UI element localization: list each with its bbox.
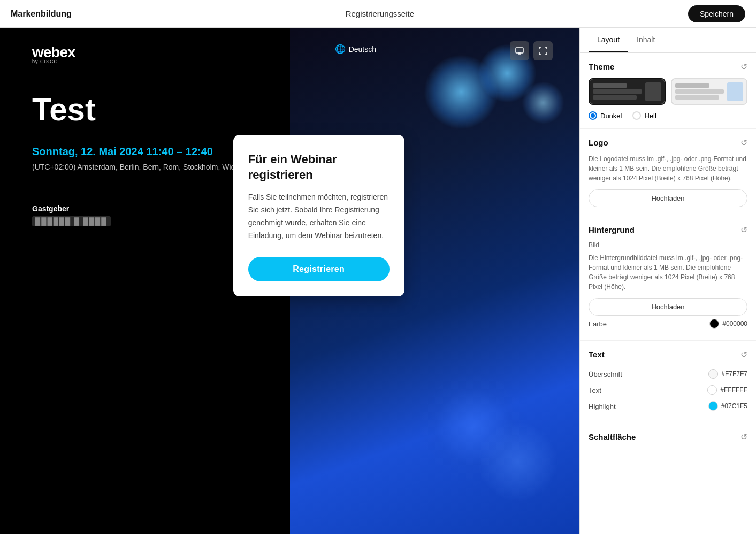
event-title: Test: [32, 92, 96, 127]
text-text-swatch: #FFFFFF: [707, 385, 747, 395]
theme-radio-group: Dunkel Hell: [589, 111, 747, 120]
event-timezone: (UTC+02:00) Amsterdam, Berlin, Bern, Rom…: [32, 163, 239, 171]
button-section-title: Schaltfläche: [589, 432, 636, 441]
theme-section-header: Theme ↺: [589, 62, 747, 72]
text-highlight-row: Highlight #07C1F5: [589, 398, 747, 414]
text-highlight-dot[interactable]: [708, 401, 718, 411]
text-section-title: Text: [589, 350, 605, 359]
bg-upload-button[interactable]: Hochladen: [589, 298, 747, 316]
view-icons: [510, 41, 553, 60]
theme-dark-radio[interactable]: Dunkel: [589, 111, 622, 120]
bg-description: Die Hintergrundbilddatei muss im .gif-, …: [589, 253, 747, 292]
globe-icon: 🌐: [335, 44, 346, 54]
theme-options: [589, 78, 747, 105]
save-button[interactable]: Speichern: [688, 5, 745, 22]
event-date: Sonntag, 12. Mai 2024 11:40 – 12:40: [32, 146, 213, 158]
theme-section-title: Theme: [589, 62, 614, 71]
text-highlight-label: Highlight: [589, 402, 616, 410]
text-heading-dot[interactable]: [708, 369, 718, 379]
theme-light-radio-circle: [632, 111, 641, 120]
topbar-brand-title: Markenbildung: [11, 9, 72, 19]
bg-section-header: Hintergrund ↺: [589, 225, 747, 235]
button-section: Schaltfläche ↺: [580, 423, 756, 457]
button-section-header: Schaltfläche ↺: [589, 432, 747, 442]
text-heading-label: Überschrift: [589, 370, 622, 378]
text-highlight-color: #07C1F5: [721, 402, 747, 410]
bg-color-dot[interactable]: [709, 319, 719, 329]
preview-area: webex by CISCO 🌐 Deutsch Test Sonntag, 1…: [0, 28, 579, 534]
logo-upload-button[interactable]: Hochladen: [589, 189, 747, 207]
svg-rect-0: [516, 48, 523, 53]
text-section: Text ↺ Überschrift #F7F7F7 Text #FFFFFF …: [580, 341, 756, 423]
tab-inhalt[interactable]: Inhalt: [628, 28, 663, 52]
text-text-color: #FFFFFF: [720, 386, 747, 394]
panel-tabs: Layout Inhalt: [580, 28, 756, 53]
main-layout: webex by CISCO 🌐 Deutsch Test Sonntag, 1…: [0, 28, 756, 534]
topbar: Markenbildung Registrierungsseite Speich…: [0, 0, 756, 28]
text-highlight-swatch: #07C1F5: [708, 401, 747, 411]
theme-light-option[interactable]: [671, 78, 748, 105]
text-heading-color: #F7F7F7: [721, 370, 747, 378]
text-text-dot[interactable]: [707, 385, 717, 395]
logo-section: Logo ↺ Die Logodatei muss im .gif-, .jpg…: [580, 129, 756, 216]
logo-description: Die Logodatei muss im .gif-, .jpg- oder …: [589, 154, 747, 183]
webex-logo: webex by CISCO: [32, 44, 75, 64]
theme-light-radio[interactable]: Hell: [632, 111, 656, 120]
reg-card-title: Für ein Webinar registrieren: [248, 152, 390, 182]
text-section-header: Text ↺: [589, 349, 747, 360]
right-panel: Layout Inhalt Theme ↺: [579, 28, 756, 534]
bg-color-value: #000000: [722, 320, 747, 327]
host-label: Gastgeber: [32, 204, 69, 213]
fullscreen-view-button[interactable]: [533, 41, 553, 60]
logo-reset-icon[interactable]: ↺: [740, 138, 747, 148]
bg-color-row: Farbe #000000: [589, 316, 747, 332]
text-text-label: Text: [589, 386, 601, 394]
language-selector[interactable]: 🌐 Deutsch: [335, 44, 376, 54]
language-label: Deutsch: [349, 45, 376, 54]
theme-light-label: Hell: [644, 112, 656, 120]
logo-section-header: Logo ↺: [589, 138, 747, 148]
background-section: Hintergrund ↺ Bild Die Hintergrundbildda…: [580, 216, 756, 341]
button-reset-icon[interactable]: ↺: [740, 432, 747, 442]
logo-section-title: Logo: [589, 138, 608, 147]
theme-dark-option[interactable]: [589, 78, 666, 105]
text-heading-swatch: #F7F7F7: [708, 369, 747, 379]
tab-layout[interactable]: Layout: [589, 28, 628, 52]
desktop-view-button[interactable]: [510, 41, 529, 60]
theme-dark-radio-circle: [589, 111, 597, 120]
bokeh-5: [478, 422, 558, 502]
host-name: ██████ █ ████: [32, 216, 111, 226]
reg-card-body: Falls Sie teilnehmen möchten, registrier…: [248, 191, 390, 242]
text-reset-icon[interactable]: ↺: [740, 349, 747, 360]
bokeh-3: [522, 81, 564, 124]
bg-type-label: Bild: [589, 241, 747, 249]
bg-color-label: Farbe: [589, 320, 607, 328]
registration-card: Für ein Webinar registrieren Falls Sie t…: [233, 135, 404, 296]
text-heading-row: Überschrift #F7F7F7: [589, 366, 747, 382]
theme-reset-icon[interactable]: ↺: [740, 62, 747, 72]
topbar-page-title: Registrierungsseite: [346, 9, 414, 18]
text-text-row: Text #FFFFFF: [589, 382, 747, 398]
theme-dark-label: Dunkel: [600, 112, 622, 120]
bg-section-title: Hintergrund: [589, 225, 635, 234]
bg-color-swatch: #000000: [709, 319, 747, 329]
bg-reset-icon[interactable]: ↺: [740, 225, 747, 235]
register-button[interactable]: Registrieren: [248, 257, 390, 281]
theme-section: Theme ↺: [580, 53, 756, 129]
